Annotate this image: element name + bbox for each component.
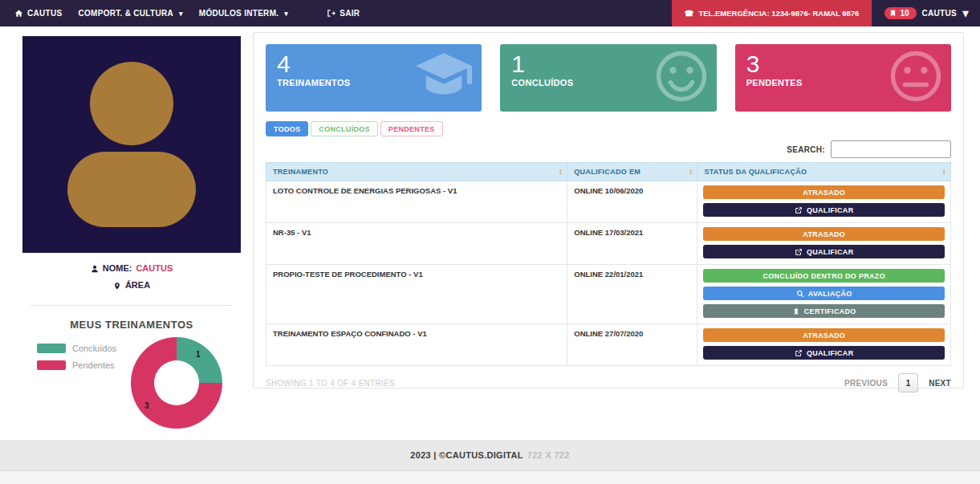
caret-down-icon: ▾ (179, 10, 183, 18)
meh-face-icon (887, 47, 945, 108)
chart-title: MEUS TREINAMENTOS (22, 319, 241, 331)
filter-concluidos-button[interactable]: CONCLUÍDOS (311, 121, 378, 136)
table-header-row: TREINAMENTO▲▼ QUALIFICADO EM▲▼ STATUS DA… (266, 163, 951, 181)
search-label: SEARCH: (787, 145, 825, 154)
sort-icon[interactable]: ▲▼ (689, 169, 693, 175)
cell-qualificado-em: ONLINE 17/03/2021 (567, 223, 697, 265)
pagination: PREVIOUS 1 NEXT (844, 373, 951, 392)
legend-swatch-pendentes (37, 360, 66, 370)
sort-icon[interactable]: ▲▼ (942, 169, 946, 175)
qualificar-button[interactable]: QUALIFICAR (703, 203, 945, 217)
dashboard-screen: CAUTUS COMPORT. & CULTURA ▾ MÓDULOS INTE… (0, 0, 980, 484)
cell-treinamento: TREINAMENTO ESPAÇO CONFINADO - V1 (266, 324, 567, 366)
stat-card-treinamentos: 4 TREINAMENTOS (266, 44, 482, 112)
avatar (22, 36, 241, 253)
legend-item-pendentes[interactable]: Pendentes (37, 360, 116, 370)
filter-todos-button[interactable]: TODOS (266, 121, 308, 136)
cell-status: ATRASADO QUALIFICAR (697, 324, 951, 366)
pagination-page-1-button[interactable]: 1 (898, 373, 918, 392)
page-footer: 2023 | ©CAUTUS.DIGITAL 722 X 722 (0, 440, 980, 470)
nav-sair-label: SAIR (340, 9, 360, 18)
stat-card-pendentes: 3 PENDENTES (735, 44, 951, 112)
table-row: PROPIO-TESTE DE PROCEDIMENTO - V1 ONLINE… (266, 265, 951, 324)
emergency-label: TEL.EMERGÊNCIA: 1234-9876- RAMAL 9876 (698, 9, 859, 18)
smile-face-icon (653, 47, 710, 108)
profile-name-line: NOME: CAUTUS (22, 263, 241, 273)
nav-modulos-label: MÓDULOS INTERM. (199, 9, 279, 18)
cell-treinamento: LOTO CONTROLE DE ENERGIAS PERIGOSAS - V1 (266, 181, 567, 223)
cell-treinamento: PROPIO-TESTE DE PROCEDIMENTO - V1 (266, 265, 567, 324)
user-menu[interactable]: 10 CAUTUS ▾ (884, 6, 969, 21)
status-badge-atrasado: ATRASADO (703, 328, 945, 342)
cell-status: ATRASADO QUALIFICAR (697, 181, 951, 223)
table-footer: SHOWING 1 TO 4 OF 4 ENTRIES PREVIOUS 1 N… (266, 373, 951, 392)
profile-area-line: ÁREA (22, 280, 241, 291)
cell-status: ATRASADO QUALIFICAR (697, 223, 951, 265)
legend-item-concluidos[interactable]: Concluídos (37, 344, 116, 353)
external-link-icon (795, 247, 803, 256)
phone-icon: ☎ (685, 9, 694, 18)
nome-value: CAUTUS (136, 263, 173, 273)
legend-swatch-concluidos (37, 344, 66, 353)
header-treinamento[interactable]: TREINAMENTO▲▼ (266, 163, 567, 181)
notification-count: 10 (900, 9, 909, 18)
search-row: SEARCH: (266, 140, 951, 158)
qualifications-table: TREINAMENTO▲▼ QUALIFICADO EM▲▼ STATUS DA… (266, 162, 951, 366)
external-link-icon (795, 205, 803, 214)
showing-entries-text: SHOWING 1 TO 4 OF 4 ENTRIES (266, 379, 395, 388)
caret-down-icon: ▾ (962, 6, 969, 21)
table-row: TREINAMENTO ESPAÇO CONFINADO - V1 ONLINE… (266, 324, 951, 366)
nav-comport-label: COMPORT. & CULTURA (78, 9, 173, 18)
user-name-label: CAUTUS (922, 9, 957, 18)
nav-item-modulos-interm[interactable]: MÓDULOS INTERM. ▾ (199, 9, 288, 18)
status-badge-concluido: CONCLUÍDO DENTRO DO PRAZO (703, 269, 945, 283)
header-qualificado-em[interactable]: QUALIFICADO EM▲▼ (567, 163, 697, 181)
emergency-phone-button[interactable]: ☎ TEL.EMERGÊNCIA: 1234-9876- RAMAL 9876 (672, 0, 872, 26)
cell-qualificado-em: ONLINE 10/06/2020 (567, 181, 697, 223)
pagination-next-button[interactable]: NEXT (929, 379, 951, 388)
sign-out-icon (327, 9, 335, 18)
legend-label-concluidos: Concluídos (72, 344, 116, 353)
nav-item-comport-cultura[interactable]: COMPORT. & CULTURA ▾ (78, 9, 182, 18)
home-icon (14, 9, 23, 18)
search-input[interactable] (831, 140, 951, 158)
top-navbar: CAUTUS COMPORT. & CULTURA ▾ MÓDULOS INTE… (0, 0, 980, 26)
nav-item-sair[interactable]: SAIR (327, 9, 360, 18)
footer-dimensions: 722 X 722 (527, 450, 570, 460)
profile-sidebar: NOME: CAUTUS ÁREA MEUS TREINAMENTOS Conc… (22, 36, 241, 441)
cell-status: CONCLUÍDO DENTRO DO PRAZO AVALIAÇÃO CERT… (697, 265, 951, 324)
status-badge-atrasado: ATRASADO (703, 227, 945, 241)
pagination-previous-button[interactable]: PREVIOUS (844, 379, 888, 388)
graduation-cap-icon (413, 51, 475, 105)
qualificar-button[interactable]: QUALIFICAR (703, 245, 945, 258)
qualificar-button[interactable]: QUALIFICAR (703, 346, 945, 360)
nav-brand[interactable]: CAUTUS (14, 9, 62, 18)
person-icon (91, 263, 99, 273)
search-icon (796, 289, 804, 298)
certificate-icon (792, 307, 800, 315)
bookmark-icon (889, 9, 897, 18)
avaliacao-button[interactable]: AVALIAÇÃO (703, 287, 945, 300)
donut-chart: 1 3 (131, 337, 222, 429)
cell-qualificado-em: ONLINE 22/01/2021 (567, 265, 697, 324)
donut-slice-value-concluidos: 1 (196, 350, 201, 359)
notification-pill[interactable]: 10 (884, 7, 916, 20)
caret-down-icon: ▾ (284, 10, 288, 18)
status-badge-atrasado: ATRASADO (703, 185, 945, 199)
nome-label: NOME: (103, 263, 132, 273)
header-status[interactable]: STATUS DA QUALIFICAÇÃO▲▼ (697, 163, 951, 181)
map-marker-icon (113, 280, 121, 291)
main-panel: 4 TREINAMENTOS 1 CONCLUÍDOS 3 PENDENTES (253, 32, 964, 388)
footer-bottom-strip (0, 470, 980, 484)
area-label: ÁREA (125, 280, 150, 290)
external-link-icon (795, 348, 803, 357)
profile-divider (30, 305, 233, 306)
stat-card-concluidos: 1 CONCLUÍDOS (500, 44, 716, 112)
filter-pendentes-button[interactable]: PENDENTES (380, 121, 443, 136)
table-row: NR-35 - V1 ONLINE 17/03/2021 ATRASADO QU… (266, 223, 951, 265)
nav-brand-label: CAUTUS (27, 9, 62, 18)
sort-icon[interactable]: ▲▼ (559, 169, 563, 175)
legend-label-pendentes: Pendentes (72, 360, 115, 370)
stat-cards-row: 4 TREINAMENTOS 1 CONCLUÍDOS 3 PENDENTES (266, 44, 951, 112)
certificado-button[interactable]: CERTIFICADO (703, 304, 945, 318)
